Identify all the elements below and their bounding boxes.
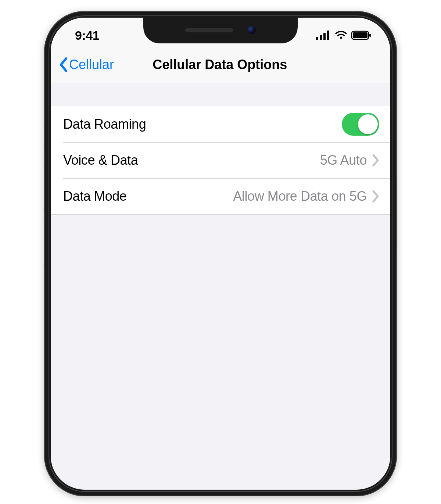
phone-frame: 9:41 (44, 11, 397, 496)
chevron-right-icon (372, 154, 379, 167)
row-data-mode[interactable]: Data Mode Allow More Data on 5G (51, 178, 390, 214)
svg-rect-0 (316, 37, 318, 40)
content: Data Roaming Voice & Data 5G Auto (51, 106, 390, 215)
row-value: 5G Auto (320, 153, 367, 168)
svg-rect-6 (369, 34, 371, 37)
status-indicators (316, 31, 372, 40)
power-button (396, 176, 397, 250)
svg-rect-1 (320, 35, 322, 40)
row-voice-data[interactable]: Voice & Data 5G Auto (51, 142, 390, 178)
page-title: Cellular Data Options (153, 57, 287, 72)
notch (143, 18, 298, 43)
cellular-signal-icon (316, 31, 331, 40)
svg-rect-5 (353, 32, 368, 38)
volume-down-button (44, 222, 45, 270)
svg-rect-3 (327, 31, 329, 40)
screen: 9:41 (51, 18, 390, 490)
battery-icon (351, 31, 372, 40)
speaker-grille (185, 28, 233, 32)
status-time: 9:41 (75, 28, 99, 43)
row-value: Allow More Data on 5G (233, 189, 367, 204)
volume-up-button (44, 165, 45, 213)
settings-list: Data Roaming Voice & Data 5G Auto (51, 106, 390, 215)
row-label: Data Mode (63, 189, 127, 204)
data-roaming-toggle[interactable] (342, 113, 379, 136)
toggle-knob (358, 114, 378, 134)
mute-switch (44, 125, 45, 151)
row-data-roaming[interactable]: Data Roaming (51, 106, 390, 142)
row-label: Data Roaming (63, 117, 146, 132)
chevron-right-icon (372, 190, 379, 203)
nav-bar: Cellular Cellular Data Options (51, 46, 390, 83)
row-label: Voice & Data (63, 153, 138, 168)
wifi-icon (334, 31, 348, 40)
chevron-left-icon (58, 57, 68, 72)
back-button[interactable]: Cellular (58, 57, 114, 72)
svg-rect-2 (323, 33, 326, 40)
front-camera (248, 26, 256, 34)
back-label: Cellular (69, 57, 114, 72)
